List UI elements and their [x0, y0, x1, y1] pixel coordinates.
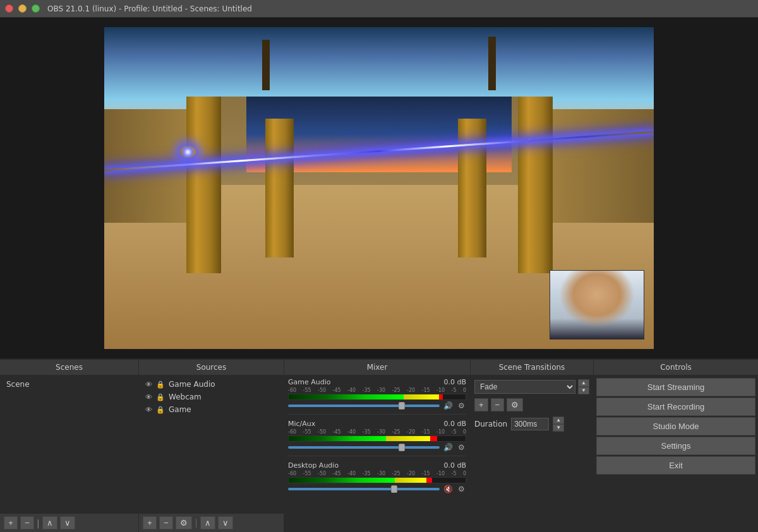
sources-panel: Sources 👁 🔒 Game Audio 👁 🔒 Webcam 👁 🔒 Ga… [139, 360, 284, 532]
transition-type-select[interactable]: Fade [474, 380, 575, 394]
sources-add-button[interactable]: + [143, 516, 157, 529]
mixer-channel-desktop: Desktop Audio 0.0 dB -60-55-50-45-40-35-… [288, 461, 466, 497]
source-label-game-audio: Game Audio [169, 380, 215, 389]
duration-spin-down[interactable]: ▼ [553, 424, 564, 432]
bottom-panel: Scenes Scene + − | ∧ ∨ Sources 👁 🔒 Game … [0, 358, 758, 532]
sources-remove-button[interactable]: − [159, 516, 173, 529]
transitions-toolbar: + − ⚙ [474, 398, 589, 411]
controls-panel: Controls Start Streaming Start Recording… [594, 360, 758, 532]
mixer-settings-3[interactable]: ⚙ [457, 485, 466, 494]
meter-scale-2: -60-55-50-45-40-35-30-25-20-15-10-50 [288, 429, 466, 435]
mixer-fader-row-2: 🔊 ⚙ [288, 443, 466, 452]
duration-input[interactable] [511, 418, 549, 430]
mixer-fader-3[interactable] [288, 488, 440, 490]
sources-list: 👁 🔒 Game Audio 👁 🔒 Webcam 👁 🔒 Game [139, 375, 284, 513]
sources-sep [196, 519, 196, 528]
mixer-channel-header: Game Audio 0.0 dB [288, 378, 466, 386]
mixer-channel-db-3: 0.0 dB [443, 461, 466, 470]
mixer-channel-name-1: Game Audio [288, 378, 331, 386]
mixer-channel-game-audio: Game Audio 0.0 dB -60-55-50-45-40-35-30-… [288, 378, 466, 415]
source-label-game: Game [169, 405, 191, 414]
scenes-panel: Scenes Scene + − | ∧ ∨ [0, 360, 139, 532]
source-item-game[interactable]: 👁 🔒 Game [141, 403, 281, 416]
mixer-settings-2[interactable]: ⚙ [457, 443, 466, 452]
lock-icon-3: 🔒 [156, 406, 165, 414]
mixer-channel-name-2: Mic/Aux [288, 420, 315, 428]
lock-icon: 🔒 [156, 381, 165, 389]
meter-bar-2 [288, 435, 466, 442]
mixer-header: Mixer [284, 360, 470, 375]
spin-down-button[interactable]: ▼ [578, 387, 589, 394]
spin-up-button[interactable]: ▲ [578, 379, 589, 387]
eye-icon: 👁 [145, 381, 152, 389]
window-title: OBS 21.0.1 (linux) - Profile: Untitled -… [47, 4, 252, 13]
duration-spinner: ▲ ▼ [553, 417, 564, 432]
preview-canvas [104, 27, 654, 349]
mixer-content: Game Audio 0.0 dB -60-55-50-45-40-35-30-… [284, 375, 470, 532]
mixer-panel: Mixer Game Audio 0.0 dB -60-55-50-45-40-… [284, 360, 471, 532]
eye-icon-3: 👁 [145, 406, 152, 414]
duration-row: Duration ▲ ▼ [474, 417, 589, 432]
meter-scale-3: -60-55-50-45-40-35-30-25-20-15-10-50 [288, 471, 466, 476]
source-item-webcam[interactable]: 👁 🔒 Webcam [141, 391, 281, 403]
mixer-fader-row-1: 🔊 ⚙ [288, 401, 466, 410]
mixer-fader-row-3: 🔇 ⚙ [288, 485, 466, 494]
mute-button-3[interactable]: 🔇 [442, 485, 454, 494]
mixer-fader-2[interactable] [288, 446, 440, 449]
close-button[interactable] [5, 4, 13, 13]
meter-bar-3 [288, 477, 466, 483]
scenes-remove-button[interactable]: − [20, 516, 34, 529]
mixer-channel-name-3: Desktop Audio [288, 461, 339, 470]
mixer-fader-thumb-2[interactable] [399, 444, 405, 451]
mixer-channel-header-2: Mic/Aux 0.0 dB [288, 420, 466, 428]
scene-pillar-left [186, 97, 221, 273]
scene-wall-right [550, 109, 654, 223]
mixer-settings-1[interactable]: ⚙ [457, 401, 466, 410]
mixer-channel-db-1: 0.0 dB [443, 378, 466, 386]
settings-button[interactable]: Settings [596, 437, 755, 455]
eye-icon-2: 👁 [145, 393, 152, 401]
duration-spin-up[interactable]: ▲ [553, 417, 564, 424]
sources-up-button[interactable]: ∧ [200, 516, 215, 529]
start-recording-button[interactable]: Start Recording [596, 398, 755, 416]
minimize-button[interactable] [18, 4, 27, 13]
meter-bar-1 [288, 394, 466, 400]
scenes-down-button[interactable]: ∨ [60, 516, 75, 529]
exit-button[interactable]: Exit [596, 456, 755, 475]
transition-add-button[interactable]: + [474, 398, 488, 411]
scenes-list: Scene [0, 375, 138, 513]
transition-remove-button[interactable]: − [491, 398, 505, 411]
scene-item[interactable]: Scene [3, 378, 136, 391]
maximize-button[interactable] [32, 4, 40, 13]
scenes-up-button[interactable]: ∧ [42, 516, 57, 529]
scene-pillar-mid-left [265, 119, 294, 257]
scenes-add-button[interactable]: + [4, 516, 18, 529]
mute-button-1[interactable]: 🔊 [442, 401, 454, 410]
scene-laser-glow [180, 146, 196, 158]
sources-header: Sources [139, 360, 284, 375]
sources-down-button[interactable]: ∨ [218, 516, 233, 529]
controls-content: Start Streaming Start Recording Studio M… [594, 375, 758, 532]
mute-button-2[interactable]: 🔊 [442, 443, 454, 452]
scenes-toolbar-sep: | [37, 518, 40, 528]
start-streaming-button[interactable]: Start Streaming [596, 378, 755, 396]
sources-settings-button[interactable]: ⚙ [176, 516, 192, 529]
transitions-header: Scene Transitions [471, 360, 593, 375]
mixer-channel-mic: Mic/Aux 0.0 dB -60-55-50-45-40-35-30-25-… [288, 420, 466, 456]
scene-palm-right [488, 37, 496, 90]
transition-settings-button[interactable]: ⚙ [507, 398, 523, 411]
scene-pillar-mid-right [458, 119, 486, 257]
mixer-channel-db-2: 0.0 dB [443, 420, 466, 428]
source-item-game-audio[interactable]: 👁 🔒 Game Audio [141, 378, 281, 391]
duration-label: Duration [474, 420, 507, 429]
controls-header: Controls [594, 360, 758, 375]
transitions-panel: Scene Transitions Fade ▲ ▼ + − ⚙ [471, 360, 594, 532]
studio-mode-button[interactable]: Studio Mode [596, 417, 755, 435]
scenes-toolbar: + − | ∧ ∨ [0, 513, 138, 532]
scene-pillar-right [518, 97, 553, 273]
source-label-webcam: Webcam [169, 393, 202, 401]
mixer-fader-thumb-1[interactable] [399, 402, 405, 410]
preview-area [0, 18, 758, 358]
mixer-fader-thumb-3[interactable] [391, 485, 397, 493]
mixer-fader-1[interactable] [288, 405, 440, 407]
